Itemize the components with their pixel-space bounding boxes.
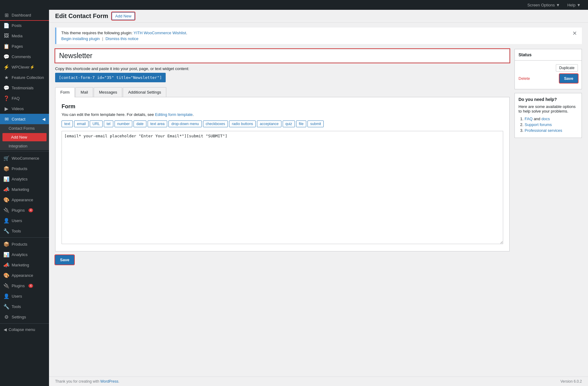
field-tag-radio[interactable]: radio buttons	[229, 121, 256, 127]
notice-plugin-link[interactable]: YITH WooCommerce Wishlist	[134, 31, 186, 35]
tab-form[interactable]: Form	[55, 87, 75, 97]
sidebar-item-label: Products	[12, 166, 27, 171]
field-tag-checkboxes[interactable]: checkboxes	[203, 121, 228, 127]
notice-install-link[interactable]: Begin installing plugin	[61, 36, 100, 41]
sidebar-item-label: Appearance	[12, 198, 33, 202]
sidebar-item-settings[interactable]: ⚙ Settings	[0, 312, 49, 322]
bottom-save-area: Save	[55, 251, 510, 268]
sidebar-item-pages[interactable]: 📋 Pages	[0, 41, 49, 51]
sidebar-item-appearance2[interactable]: 🎨 Appearance	[0, 270, 49, 280]
screen-options-button[interactable]: Screen Options ▼	[525, 3, 562, 7]
sidebar-item-testimonials[interactable]: 💬 Testimonials	[0, 83, 49, 93]
sidebar-item-marketing[interactable]: 📣 Marketing	[0, 184, 49, 195]
tab-mail[interactable]: Mail	[75, 87, 93, 97]
sidebar-submenu-add-new[interactable]: Add New	[2, 133, 47, 141]
notice-close-button[interactable]: ✕	[572, 31, 577, 36]
marketing2-icon: 📣	[4, 262, 9, 268]
field-tag-quiz[interactable]: quiz	[283, 121, 295, 127]
field-tag-acceptance[interactable]: acceptance	[257, 121, 281, 127]
field-tag-number[interactable]: number	[115, 121, 133, 127]
sidebar-item-label: Users	[12, 294, 22, 299]
sidebar-item-label: WPClever⚡	[12, 65, 35, 69]
field-tag-dropdown[interactable]: drop-down menu	[168, 121, 202, 127]
form-template-textarea[interactable]: [email* your-email placeholder "Enter Yo…	[62, 131, 503, 244]
footer-version: Version 6.0.2	[560, 379, 582, 384]
field-tag-date[interactable]: date	[134, 121, 146, 127]
sidebar-item-media[interactable]: 🖼 Media	[0, 31, 49, 41]
shortcode-box[interactable]: [contact-form-7 id="35" title="Newslette…	[55, 73, 166, 82]
collapse-menu-button[interactable]: ◀ Collapse menu	[0, 325, 49, 334]
add-new-label: Add New	[11, 135, 27, 139]
sidebar-item-label: Products	[12, 242, 27, 247]
field-tags-container: text email URL tel number date text area…	[62, 121, 503, 127]
help-list-item-2: Support forums	[525, 122, 578, 127]
contact-icon: ✉	[4, 116, 9, 122]
sidebar-item-woocommerce[interactable]: 🛒 WooCommerce	[0, 153, 49, 163]
products2-icon: 📦	[4, 241, 9, 247]
duplicate-button[interactable]: Duplicate	[556, 64, 578, 72]
save-button[interactable]: Save	[560, 74, 578, 83]
editing-form-template-link[interactable]: Editing form template	[155, 112, 193, 117]
tab-messages[interactable]: Messages	[94, 87, 122, 97]
sidebar-item-contact[interactable]: ✉ Contact ◀	[0, 114, 49, 124]
sidebar-item-marketing2[interactable]: 📣 Marketing	[0, 260, 49, 270]
sidebar-item-feature-collection[interactable]: ★ Feature Collection	[0, 72, 49, 83]
notice-dismiss-link[interactable]: Dismiss this notice	[105, 36, 138, 41]
contact-arrow: ◀	[42, 117, 45, 121]
help-docs-link[interactable]: docs	[541, 117, 550, 121]
wpclever-icon: ⚡	[4, 64, 9, 70]
shortcode-label: Copy this shortcode and paste it into yo…	[55, 66, 510, 71]
footer-wordpress-link[interactable]: WordPress	[100, 379, 118, 384]
sidebar-item-tools2[interactable]: 🔧 Tools	[0, 301, 49, 312]
sidebar-item-appearance[interactable]: 🎨 Appearance	[0, 195, 49, 205]
field-tag-email[interactable]: email	[74, 121, 89, 127]
collapse-label: Collapse menu	[9, 327, 35, 332]
sidebar-submenu-contact-forms[interactable]: Contact Forms	[0, 124, 49, 132]
sidebar-item-users[interactable]: 👤 Users	[0, 215, 49, 226]
plugins-icon: 🔌	[4, 207, 9, 213]
help-button[interactable]: Help ▼	[565, 3, 583, 7]
tab-additional-settings[interactable]: Additional Settings	[123, 87, 166, 97]
field-tag-textarea[interactable]: text area	[148, 121, 168, 127]
analytics1-icon: 📊	[4, 176, 9, 182]
field-tag-url[interactable]: URL	[90, 121, 103, 127]
sidebar-item-plugins[interactable]: 🔌 Plugins 4	[0, 205, 49, 215]
sidebar-item-products2[interactable]: 📦 Products	[0, 239, 49, 249]
sidebar-item-users2[interactable]: 👤 Users	[0, 291, 49, 301]
products1-icon: 📦	[4, 166, 9, 171]
sidebar-item-faq[interactable]: ❓ FAQ	[0, 93, 49, 103]
field-tag-tel[interactable]: tel	[104, 121, 113, 127]
form-layout: Copy this shortcode and paste it into yo…	[55, 49, 582, 268]
help-professional-link[interactable]: Professional services	[525, 128, 562, 133]
bottom-save-button[interactable]: Save	[55, 255, 74, 265]
form-title-input[interactable]	[55, 49, 509, 62]
help-box-body: Do you need help? Here are some availabl…	[515, 93, 582, 138]
help-label: Help	[567, 3, 575, 7]
help-support-link[interactable]: Support forums	[525, 122, 552, 127]
pages-icon: 📋	[4, 43, 9, 49]
top-bar: Screen Options ▼ Help ▼	[0, 0, 588, 10]
sidebar-item-analytics1[interactable]: 📊 Analytics	[0, 174, 49, 184]
field-tag-file[interactable]: file	[296, 121, 306, 127]
sidebar-item-products1[interactable]: 📦 Products	[0, 163, 49, 174]
sidebar-item-plugins2[interactable]: 🔌 Plugins 4	[0, 280, 49, 291]
sidebar-item-comments[interactable]: 💬 Comments	[0, 51, 49, 62]
sidebar: ⊞ Dashboard 📄 Posts 🖼 Media 📋 Pages 💬 Co…	[0, 10, 49, 386]
comments-icon: 💬	[4, 54, 9, 59]
sidebar-item-posts[interactable]: 📄 Posts	[0, 20, 49, 31]
add-new-button[interactable]: Add New	[112, 12, 135, 20]
sidebar-item-videos[interactable]: ▶ Videos	[0, 103, 49, 114]
page-footer: Thank you for creating with WordPress. V…	[49, 377, 588, 386]
sidebar-item-label: Marketing	[12, 187, 29, 192]
sidebar-item-label: Media	[12, 34, 22, 38]
sidebar-item-wpclever[interactable]: ⚡ WPClever⚡	[0, 62, 49, 72]
help-faq-link[interactable]: FAQ	[525, 117, 533, 121]
field-tag-submit[interactable]: submit	[307, 121, 324, 127]
sidebar-item-analytics2[interactable]: 📊 Analytics	[0, 249, 49, 260]
delete-link[interactable]: Delete	[518, 76, 530, 81]
field-tag-text[interactable]: text	[62, 121, 73, 127]
sidebar-submenu-integration[interactable]: Integration	[0, 142, 49, 150]
sidebar-item-dashboard[interactable]: ⊞ Dashboard	[0, 10, 49, 20]
analytics2-icon: 📊	[4, 252, 9, 257]
sidebar-item-tools[interactable]: 🔧 Tools	[0, 226, 49, 236]
